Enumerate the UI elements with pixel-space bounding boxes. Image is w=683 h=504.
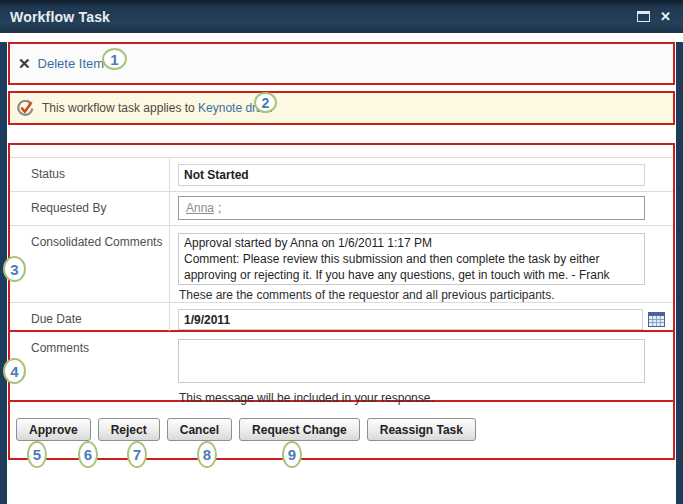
- request-change-button[interactable]: Request Change: [239, 418, 360, 441]
- task-form-section: Status Not Started Requested By Anna; Co…: [8, 143, 675, 332]
- dialog-body: ✕ Delete Item This workflow task applies…: [0, 42, 683, 504]
- callout-3: 3: [3, 256, 26, 282]
- requested-by-suffix: ;: [218, 201, 221, 215]
- callout-9: 9: [282, 441, 302, 468]
- close-icon[interactable]: ✕: [660, 10, 671, 23]
- form-row-due-date: Due Date: [10, 302, 673, 331]
- form-row-consolidated-comments: Consolidated Comments Approval started b…: [10, 225, 673, 302]
- workflow-task-dialog: Workflow Task ✕ ✕ Delete Item This workf…: [0, 0, 683, 504]
- window-controls: ✕: [637, 10, 673, 23]
- form-row-status: Status Not Started: [10, 157, 673, 191]
- callout-5: 5: [27, 441, 47, 468]
- status-label: Status: [10, 158, 170, 191]
- consolidated-comments-box[interactable]: Approval started by Anna on 1/6/2011 1:1…: [178, 233, 645, 285]
- reject-button[interactable]: Reject: [98, 418, 160, 441]
- status-value: Not Started: [178, 164, 645, 186]
- notice-section: This workflow task applies to Keynote dr…: [8, 91, 675, 125]
- requested-by-field[interactable]: Anna;: [178, 196, 645, 220]
- dialog-title: Workflow Task: [10, 9, 110, 25]
- comments-label: Comments: [10, 337, 170, 405]
- workflow-task-icon: [17, 100, 34, 117]
- comments-textarea[interactable]: [178, 339, 645, 383]
- comments-section: Comments This message will be included i…: [8, 330, 675, 402]
- notice-text: This workflow task applies to Keynote dr…: [42, 101, 273, 115]
- cancel-button[interactable]: Cancel: [167, 418, 232, 441]
- callout-6: 6: [78, 441, 98, 468]
- callout-7: 7: [127, 441, 147, 468]
- reassign-task-button[interactable]: Reassign Task: [367, 418, 476, 441]
- due-date-label: Due Date: [10, 303, 170, 331]
- comments-helper: This message will be included in your re…: [178, 391, 645, 405]
- calendar-icon[interactable]: [648, 312, 665, 327]
- approve-button[interactable]: Approve: [16, 418, 91, 441]
- form-row-comments: Comments This message will be included i…: [10, 337, 673, 405]
- callout-1: 1: [102, 48, 127, 70]
- consolidated-comments-label: Consolidated Comments: [10, 226, 170, 302]
- maximize-icon[interactable]: [637, 11, 650, 22]
- delete-item-link[interactable]: Delete Item: [38, 56, 104, 71]
- callout-2: 2: [254, 92, 277, 113]
- dialog-titlebar: Workflow Task ✕: [0, 0, 683, 33]
- delete-x-icon[interactable]: ✕: [18, 56, 31, 71]
- requested-by-person-link[interactable]: Anna: [186, 201, 214, 215]
- notice-prefix: This workflow task applies to: [42, 101, 198, 115]
- buttons-section: Approve Reject Cancel Request Change Rea…: [8, 400, 675, 460]
- requested-by-label: Requested By: [10, 192, 170, 225]
- due-date-input[interactable]: [178, 309, 643, 330]
- consolidated-comments-helper: These are the comments of the requestor …: [178, 288, 645, 302]
- form-row-requested-by: Requested By Anna;: [10, 191, 673, 225]
- callout-4: 4: [3, 358, 26, 384]
- callout-8: 8: [197, 441, 217, 468]
